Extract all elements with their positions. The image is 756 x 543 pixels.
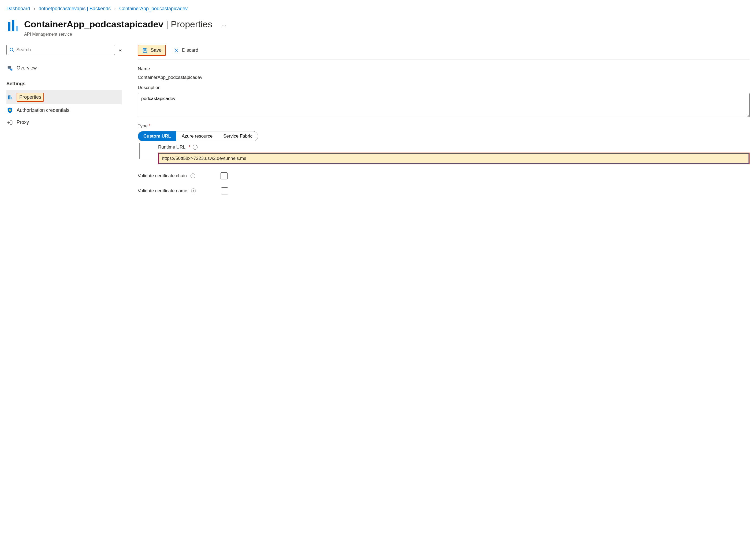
shield-lock-icon [7, 107, 13, 113]
svg-rect-1 [12, 20, 14, 31]
info-icon[interactable]: i [191, 173, 195, 178]
save-button-label: Save [151, 47, 162, 54]
type-label-text: Type [138, 123, 148, 128]
runtime-url-label: Runtime URL [158, 144, 185, 150]
svg-point-3 [10, 48, 13, 51]
svg-rect-8 [11, 97, 12, 99]
page-title-divider: | [163, 19, 171, 29]
breadcrumb-dashboard[interactable]: Dashboard [6, 6, 30, 11]
validate-chain-checkbox[interactable] [221, 172, 228, 179]
description-input[interactable] [138, 93, 750, 117]
description-label: Description [138, 84, 750, 91]
breadcrumb-backends[interactable]: dotnetpodcastdevapis | Backends [39, 6, 111, 11]
required-indicator: * [149, 123, 151, 128]
type-label: Type* [138, 123, 750, 129]
sidebar-item-properties[interactable]: Properties [6, 90, 122, 104]
page-title-section: Properties [171, 19, 212, 29]
validate-name-label: Validate certificate name [138, 188, 187, 194]
breadcrumb-current[interactable]: ContainerApp_podcastapicadev [119, 6, 188, 11]
info-icon[interactable]: i [193, 145, 198, 150]
save-icon [142, 47, 148, 53]
proxy-icon [7, 120, 13, 125]
name-label: Name [138, 66, 750, 72]
resource-icon [6, 19, 20, 34]
page-header: ContainerApp_podcastapicadev | Propertie… [6, 18, 750, 37]
overflow-menu-button[interactable]: ··· [221, 22, 226, 30]
info-icon[interactable]: i [191, 188, 196, 193]
svg-rect-11 [10, 121, 12, 124]
page-title-main: ContainerApp_podcastapicadev [24, 19, 163, 29]
svg-rect-5 [8, 66, 11, 68]
svg-rect-6 [8, 95, 9, 99]
runtime-url-input[interactable] [159, 153, 749, 163]
svg-rect-7 [9, 95, 10, 99]
type-option-azure-resource[interactable]: Azure resource [176, 131, 218, 141]
validate-chain-label: Validate certificate chain [138, 173, 187, 179]
validate-name-checkbox[interactable] [221, 187, 228, 194]
sidebar-item-proxy[interactable]: Proxy [6, 116, 122, 128]
svg-rect-2 [16, 26, 18, 31]
type-selector: Custom URL Azure resource Service Fabric [138, 131, 258, 141]
sidebar-item-auth-credentials[interactable]: Authorization credentials [6, 104, 122, 116]
sidebar-item-overview[interactable]: Overview [6, 62, 122, 74]
properties-icon [7, 94, 13, 100]
toolbar-divider [138, 59, 750, 60]
sidebar-item-label: Overview [17, 65, 37, 71]
search-icon [9, 47, 14, 52]
svg-rect-0 [8, 22, 10, 31]
svg-rect-13 [144, 51, 146, 52]
collapse-sidebar-icon[interactable]: « [119, 46, 122, 54]
type-option-service-fabric[interactable]: Service Fabric [218, 131, 258, 141]
close-icon [173, 47, 179, 53]
type-option-custom-url[interactable]: Custom URL [138, 131, 176, 141]
sidebar: « Overview Settings Properties Au [6, 45, 122, 194]
breadcrumb-separator: › [33, 6, 35, 11]
search-input[interactable] [16, 47, 112, 53]
discard-button[interactable]: Discard [170, 45, 202, 55]
sidebar-item-label: Proxy [17, 119, 29, 126]
svg-line-4 [12, 50, 14, 52]
tree-connector [139, 143, 158, 159]
name-value: ContainerApp_podcastapicadev [138, 74, 750, 81]
svg-rect-12 [144, 48, 146, 50]
main-content: Save Discard Name ContainerApp_podcastap… [138, 45, 750, 194]
sidebar-search[interactable] [6, 45, 115, 55]
breadcrumb-separator: › [114, 6, 116, 11]
required-indicator: * [189, 144, 191, 150]
sidebar-item-label: Properties [17, 93, 44, 102]
page-subtitle: API Management service [24, 31, 212, 37]
sidebar-item-label: Authorization credentials [17, 107, 69, 114]
overview-icon [7, 65, 13, 71]
discard-button-label: Discard [182, 47, 198, 54]
page-title: ContainerApp_podcastapicadev | Propertie… [24, 18, 212, 31]
save-button[interactable]: Save [138, 45, 166, 56]
sidebar-section-settings: Settings [6, 80, 122, 87]
breadcrumb: Dashboard › dotnetpodcastdevapis | Backe… [6, 5, 750, 12]
toolbar: Save Discard [138, 45, 750, 56]
